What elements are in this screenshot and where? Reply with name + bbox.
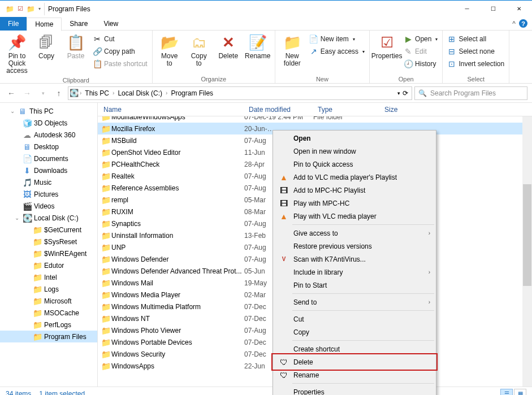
invert-selection-button[interactable]: ⊡Invert selection [447, 58, 504, 70]
up-button[interactable]: ↑ [52, 86, 66, 100]
paste-button[interactable]: 📋 Paste [62, 32, 89, 61]
menu-mpc-playlist[interactable]: 🎞Add to MPC-HC Playlist [274, 184, 435, 197]
forward-button[interactable]: → [20, 86, 34, 100]
menu-give-access[interactable]: Give access to› [274, 227, 435, 240]
address-bar[interactable]: 💽 › This PC › Local Disk (C:) › Program … [68, 86, 412, 100]
header-size[interactable]: Size [379, 106, 423, 114]
menu-vlc-playlist[interactable]: ▲Add to VLC media player's Playlist [274, 171, 435, 184]
menu-open[interactable]: Open [274, 132, 435, 145]
header-type[interactable]: Type [312, 106, 379, 114]
sidebar-item[interactable]: 📁Intel [0, 271, 97, 283]
sidebar-item[interactable]: 📁Microsoft [0, 295, 97, 307]
rename-button[interactable]: 📝Rename [244, 32, 271, 61]
file-row[interactable]: 📁ModifiableWindowsApps07-Dec-19 2:44 PMF… [98, 116, 532, 123]
menu-pin-quick-access[interactable]: Pin to Quick access [274, 158, 435, 171]
scrollbar-thumb[interactable] [523, 184, 531, 286]
sidebar-item[interactable]: 📁Edutor [0, 259, 97, 271]
tab-share[interactable]: Share [62, 17, 96, 31]
file-name: Windows NT [111, 315, 244, 323]
history-button[interactable]: 🕘History [404, 58, 438, 70]
header-name[interactable]: Name [98, 106, 243, 114]
paste-shortcut-button[interactable]: 📋Paste shortcut [93, 58, 148, 70]
maximize-button[interactable]: ☐ [480, 1, 506, 18]
menu-send-to[interactable]: Send to› [274, 296, 435, 309]
breadcrumb-localdisk[interactable]: Local Disk (C:) [115, 89, 165, 97]
search-input[interactable]: 🔍 Search Program Files [414, 86, 527, 100]
menu-rename[interactable]: 🛡Rename [274, 368, 435, 381]
select-all-button[interactable]: ⊞Select all [447, 33, 504, 45]
copy-button[interactable]: 🗐 Copy [33, 32, 60, 61]
sidebar-item[interactable]: 🖥Desktop [0, 141, 97, 153]
minimize-button[interactable]: ─ [454, 1, 480, 18]
menu-include-library[interactable]: Include in library› [274, 266, 435, 279]
chevron-right-icon[interactable]: › [113, 90, 114, 96]
refresh-icon[interactable]: ⟳ [403, 89, 408, 97]
copy-path-button[interactable]: 🔗Copy path [93, 46, 148, 57]
menu-create-shortcut[interactable]: Create shortcut [274, 342, 435, 355]
menu-separator [292, 383, 434, 384]
recent-dropdown[interactable]: ▾ [36, 86, 50, 100]
sidebar-item[interactable]: 📁Logs [0, 283, 97, 295]
sidebar-item-thispc[interactable]: ⌄🖥This PC [0, 105, 97, 117]
tab-file[interactable]: File [0, 17, 27, 31]
menu-restore-versions[interactable]: Restore previous versions [274, 240, 435, 253]
sidebar-item[interactable]: 🎵Music [0, 176, 97, 188]
address-dropdown-icon[interactable]: ▾ [397, 90, 400, 96]
sidebar-item-selected[interactable]: 📁Program Files [0, 331, 97, 342]
sidebar-item[interactable]: 📁$SysReset [0, 236, 97, 248]
chevron-right-icon[interactable]: › [166, 90, 167, 96]
menu-play-mpc[interactable]: 🎞Play with MPC-HC [274, 197, 435, 210]
folder-icon: 📁 [101, 243, 111, 252]
sidebar-item[interactable]: 📁MSOCache [0, 307, 97, 319]
move-to-button[interactable]: 📂Move to [156, 32, 183, 68]
qat-dropdown-icon[interactable]: ▾ [38, 6, 41, 11]
menu-scan-k7[interactable]: VScan with K7AntiVirus... [274, 253, 435, 266]
close-button[interactable]: ✕ [506, 1, 532, 18]
menu-pin-start[interactable]: Pin to Start [274, 279, 435, 292]
tab-home[interactable]: Home [27, 18, 62, 31]
chevron-right-icon[interactable]: › [80, 90, 81, 96]
sidebar-item[interactable]: ☁Autodesk 360 [0, 129, 97, 141]
sidebar-item[interactable]: 📄Documents [0, 153, 97, 164]
sidebar-item[interactable]: 📁PerfLogs [0, 319, 97, 331]
cut-button[interactable]: ✂Cut [93, 33, 148, 45]
pin-quick-access-button[interactable]: 📌 Pin to Quick access [3, 32, 31, 76]
menu-open-new-window[interactable]: Open in new window [274, 145, 435, 158]
qat-checkbox-icon[interactable]: ☑ [18, 5, 23, 12]
header-date[interactable]: Date modified [243, 106, 312, 114]
view-details-button[interactable]: ☰ [500, 389, 513, 396]
breadcrumb-thispc[interactable]: This PC [83, 89, 111, 97]
ribbon-collapse-icon[interactable]: ^ [512, 20, 516, 28]
new-folder-button[interactable]: 📁New folder [279, 32, 306, 68]
sidebar-item[interactable]: ⬇Downloads [0, 164, 97, 176]
menu-delete[interactable]: 🛡Delete [274, 355, 435, 368]
help-icon[interactable]: ? [519, 19, 527, 28]
sidebar-item[interactable]: 🖼Pictures [0, 188, 97, 200]
copy-to-button[interactable]: 🗂Copy to [185, 32, 213, 68]
sidebar-item-localdisk[interactable]: ⌄💽Local Disk (C:) [0, 212, 97, 224]
sidebar-item[interactable]: 🎬Videos [0, 200, 97, 212]
ribbon-group-organize: 📂Move to 🗂Copy to ✕Delete 📝Rename Organi… [153, 31, 275, 83]
titlebar: 📁 ☑ 📁 ▾ Program Files ─ ☐ ✕ [0, 0, 532, 17]
scrollbar[interactable] [522, 116, 532, 387]
back-button[interactable]: ← [5, 86, 18, 100]
breadcrumb-programfiles[interactable]: Program Files [168, 89, 215, 97]
menu-properties[interactable]: Properties [274, 385, 435, 395]
view-icons-button[interactable]: ▦ [514, 389, 526, 396]
navigation-pane[interactable]: ⌄🖥This PC 🧊3D Objects ☁Autodesk 360 🖥Des… [0, 103, 98, 387]
easy-access-button[interactable]: ↗Easy access▾ [309, 46, 365, 57]
delete-button[interactable]: ✕Delete [215, 32, 242, 61]
edit-button[interactable]: ✎Edit [404, 46, 438, 57]
properties-button[interactable]: ☑Properties [373, 32, 400, 61]
tab-view[interactable]: View [96, 17, 126, 31]
sidebar-item[interactable]: 🧊3D Objects [0, 117, 97, 129]
open-button[interactable]: ▶Open▾ [404, 33, 438, 45]
menu-copy[interactable]: Copy [274, 325, 435, 338]
menu-play-vlc[interactable]: ▲Play with VLC media player [274, 210, 435, 223]
new-item-button[interactable]: 📄New item▾ [309, 33, 365, 45]
menu-cut[interactable]: Cut [274, 312, 435, 325]
sidebar-item[interactable]: 📁$WinREAgent [0, 248, 97, 259]
sidebar-item[interactable]: 📁$GetCurrent [0, 224, 97, 236]
select-none-button[interactable]: ⊟Select none [447, 46, 504, 57]
newitem-icon: 📄 [309, 34, 318, 44]
